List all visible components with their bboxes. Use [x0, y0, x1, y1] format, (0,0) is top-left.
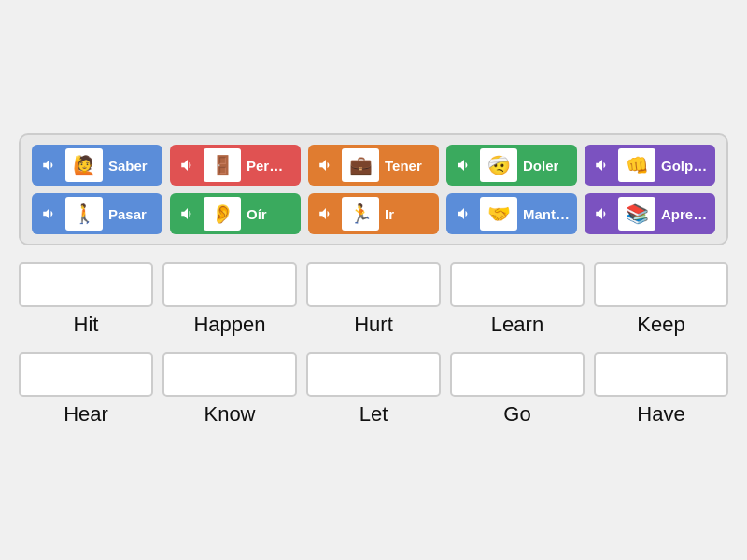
word-label-hit: Hit [74, 313, 99, 337]
sound-icon-pasar[interactable] [39, 203, 60, 224]
card-image-aprender: 📚 [618, 197, 655, 231]
sound-icon-aprender[interactable] [592, 203, 613, 224]
word-label-keep: Keep [637, 313, 684, 337]
card-label-oir: Oír [247, 206, 267, 222]
word-item-happen: Happen [162, 262, 297, 337]
card-mantener[interactable]: 🤝 Mantener [446, 193, 577, 234]
word-label-go: Go [503, 402, 530, 427]
card-label-pasar: Pasar [108, 206, 147, 222]
answer-box-let[interactable] [306, 352, 441, 397]
words-section: Hit Happen Hurt Learn Keep Hear Know [19, 262, 728, 427]
answer-box-keep[interactable] [594, 262, 728, 307]
word-item-hit: Hit [19, 262, 153, 337]
word-label-have: Have [637, 402, 684, 427]
card-permitir[interactable]: 🚪 Permitir [170, 145, 301, 186]
main-container: 🙋 Saber 🚪 Permitir 💼 Tener [19, 133, 728, 427]
sound-icon-oir[interactable] [177, 203, 198, 224]
answer-box-know[interactable] [162, 352, 297, 397]
card-label-tener: Tener [385, 158, 422, 174]
card-ir[interactable]: 🏃 Ir [308, 193, 439, 234]
word-label-hurt: Hurt [354, 313, 393, 337]
answer-box-hear[interactable] [19, 352, 153, 397]
word-item-go: Go [450, 352, 585, 427]
answer-box-hit[interactable] [19, 262, 153, 307]
card-aprender[interactable]: 📚 Aprender [585, 193, 715, 234]
card-image-pasar: 🚶 [65, 197, 103, 231]
word-label-happen: Happen [193, 313, 265, 337]
card-image-doler: 🤕 [480, 148, 517, 182]
card-saber[interactable]: 🙋 Saber [32, 145, 162, 186]
answer-box-happen[interactable] [162, 262, 297, 307]
word-item-have: Have [594, 352, 728, 427]
word-item-hurt: Hurt [306, 262, 441, 337]
card-label-golpear: Golpear [661, 158, 708, 174]
card-tener[interactable]: 💼 Tener [308, 145, 439, 186]
word-item-hear: Hear [19, 352, 153, 427]
sound-icon-ir[interactable] [316, 203, 336, 224]
card-pasar[interactable]: 🚶 Pasar [32, 193, 162, 234]
sound-icon-mantener[interactable] [454, 203, 474, 224]
card-doler[interactable]: 🤕 Doler [446, 145, 577, 186]
sound-icon-golpear[interactable] [592, 155, 613, 175]
sound-icon-saber[interactable] [39, 155, 60, 175]
card-image-oir: 👂 [204, 197, 241, 231]
word-item-let: Let [306, 352, 441, 427]
word-item-know: Know [162, 352, 297, 427]
word-item-learn: Learn [450, 262, 585, 337]
word-label-learn: Learn [491, 313, 543, 337]
sound-icon-doler[interactable] [454, 155, 474, 175]
word-label-hear: Hear [63, 402, 108, 427]
card-label-aprender: Aprender [661, 206, 708, 222]
word-item-keep: Keep [594, 262, 728, 337]
card-image-saber: 🙋 [65, 148, 103, 182]
card-label-permitir: Permitir [247, 158, 293, 174]
card-label-doler: Doler [523, 158, 558, 174]
card-label-saber: Saber [108, 158, 148, 174]
answer-box-learn[interactable] [450, 262, 585, 307]
card-label-ir: Ir [385, 206, 394, 222]
sound-icon-permitir[interactable] [177, 155, 198, 175]
answer-box-have[interactable] [594, 352, 728, 397]
word-label-let: Let [359, 402, 388, 427]
card-image-mantener: 🤝 [480, 197, 517, 231]
card-oir[interactable]: 👂 Oír [170, 193, 301, 234]
card-image-permitir: 🚪 [204, 148, 241, 182]
word-label-know: Know [204, 402, 255, 427]
card-grid: 🙋 Saber 🚪 Permitir 💼 Tener [19, 133, 728, 245]
words-row-2: Hear Know Let Go Have [19, 352, 728, 427]
answer-box-go[interactable] [450, 352, 585, 397]
card-image-tener: 💼 [342, 148, 379, 182]
card-image-ir: 🏃 [342, 197, 379, 231]
card-golpear[interactable]: 👊 Golpear [585, 145, 715, 186]
card-image-golpear: 👊 [618, 148, 655, 182]
answer-box-hurt[interactable] [306, 262, 441, 307]
words-row-1: Hit Happen Hurt Learn Keep [19, 262, 728, 337]
card-label-mantener: Mantener [523, 206, 570, 222]
sound-icon-tener[interactable] [316, 155, 336, 175]
